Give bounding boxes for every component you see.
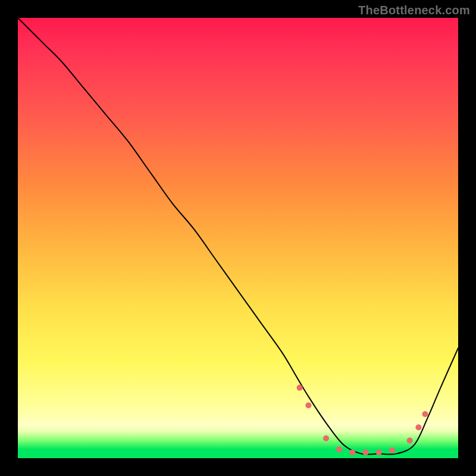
curve-marker	[336, 446, 342, 452]
curve-marker	[297, 385, 303, 391]
chart-frame: TheBottleneck.com	[0, 0, 476, 476]
curve-marker	[415, 424, 421, 430]
bottleneck-curve	[18, 18, 458, 455]
watermark-text: TheBottleneck.com	[358, 4, 470, 17]
curve-marker	[363, 449, 369, 455]
curve-marker	[407, 437, 413, 443]
plot-area	[18, 18, 458, 458]
curve-marker	[305, 402, 311, 408]
curve-marker	[349, 449, 355, 455]
curve-marker	[389, 447, 395, 453]
marker-group	[297, 385, 428, 456]
curve-marker	[422, 411, 428, 417]
curve-marker	[323, 436, 329, 441]
curve-marker	[376, 449, 382, 455]
curve-layer	[18, 18, 458, 458]
